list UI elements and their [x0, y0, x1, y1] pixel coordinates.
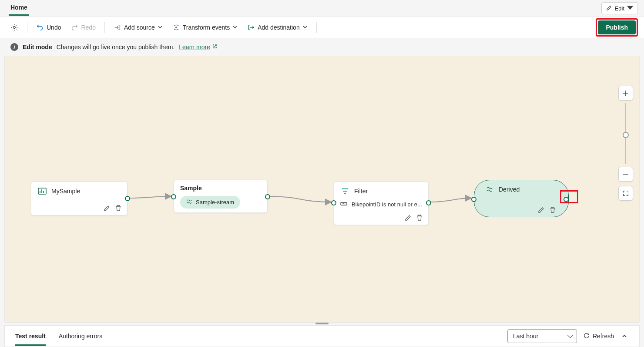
add-destination-icon	[247, 24, 255, 31]
redo-label: Redo	[81, 24, 95, 31]
delete-node-button[interactable]	[415, 213, 424, 222]
node-title: Sample	[180, 185, 202, 192]
input-port[interactable]	[471, 197, 476, 202]
node-actions	[537, 206, 557, 214]
redo-icon	[70, 24, 78, 31]
tab-test-result[interactable]: Test result	[15, 327, 46, 346]
add-destination-button[interactable]: Add destination	[243, 21, 312, 34]
publish-button[interactable]: Publish	[598, 20, 636, 34]
derived-output-highlight	[560, 190, 578, 203]
zoom-slider-track[interactable]	[625, 103, 626, 164]
toolbar-separator	[316, 22, 317, 33]
delete-node-button[interactable]	[548, 206, 557, 214]
toolbar-separator	[104, 22, 105, 33]
expression-icon	[340, 200, 347, 209]
stream-source-icon	[37, 186, 47, 196]
node-mysample[interactable]: MySample	[31, 182, 127, 216]
svg-rect-2	[38, 188, 46, 194]
undo-button[interactable]: Undo	[32, 21, 65, 34]
node-header: Derived	[474, 180, 568, 199]
add-source-button[interactable]: Add source	[109, 21, 167, 34]
add-source-label: Add source	[124, 24, 155, 31]
node-title: MySample	[51, 188, 80, 195]
toolbar-separator	[27, 22, 27, 33]
gear-icon	[10, 24, 18, 31]
bottom-right-controls: Last hour Refresh	[507, 329, 629, 343]
undo-icon	[36, 24, 44, 31]
zoom-out-button[interactable]	[618, 167, 633, 182]
node-actions	[404, 213, 424, 222]
edit-node-button[interactable]	[537, 206, 546, 214]
svg-point-1	[175, 27, 177, 28]
info-icon: i	[10, 43, 18, 51]
node-header: Filter	[334, 182, 428, 200]
node-filter[interactable]: Filter BikepointID is not null or e...	[334, 182, 429, 225]
zoom-in-button[interactable]	[618, 86, 633, 101]
undo-label: Undo	[47, 24, 61, 31]
edit-node-button[interactable]	[404, 213, 413, 222]
node-sample[interactable]: Sample Sample-stream	[174, 180, 268, 213]
node-actions	[103, 204, 123, 212]
refresh-button[interactable]: Refresh	[583, 332, 614, 340]
top-tab-bar: Home Edit	[0, 0, 644, 17]
node-header: MySample	[31, 182, 127, 200]
learn-more-link[interactable]: Learn more	[179, 44, 218, 51]
filter-icon	[340, 186, 350, 196]
bottom-tabs: Test result Authoring errors	[15, 326, 102, 347]
redo-button: Redo	[66, 21, 100, 34]
derived-stream-icon	[485, 185, 494, 194]
filter-desc: BikepointID is not null or e...	[352, 201, 422, 208]
canvas[interactable]: MySample Sample Sample-stream	[4, 56, 640, 323]
input-port[interactable]	[331, 200, 336, 206]
node-header: Sample	[174, 180, 267, 196]
tab-authoring-errors[interactable]: Authoring errors	[59, 327, 102, 346]
pencil-icon	[606, 5, 612, 12]
settings-button[interactable]	[6, 21, 23, 34]
learn-more-label: Learn more	[179, 44, 210, 51]
stream-icon	[186, 199, 192, 206]
chevron-down-icon	[302, 24, 308, 31]
node-title: Derived	[499, 186, 520, 193]
chevron-down-icon	[232, 24, 238, 31]
bottom-panel: Test result Authoring errors Last hour R…	[4, 325, 640, 347]
chevron-down-icon	[158, 24, 163, 31]
pill-label: Sample-stream	[196, 199, 234, 206]
output-port[interactable]	[265, 194, 270, 199]
add-destination-label: Add destination	[258, 24, 300, 31]
collapse-panel-button[interactable]	[620, 332, 629, 340]
sample-stream-pill[interactable]: Sample-stream	[180, 196, 240, 209]
input-port[interactable]	[171, 194, 176, 199]
delete-node-button[interactable]	[114, 204, 123, 212]
info-bar: i Edit mode Changes will go live once yo…	[0, 38, 644, 56]
external-link-icon	[212, 44, 218, 51]
add-source-icon	[114, 24, 121, 31]
edit-node-button[interactable]	[103, 204, 111, 212]
transform-label: Transform events	[183, 24, 230, 31]
refresh-label: Refresh	[593, 333, 614, 340]
output-port[interactable]	[125, 196, 130, 201]
publish-highlight: Publish	[596, 18, 638, 37]
time-range-select[interactable]: Last hour	[507, 329, 577, 343]
toolbar: Undo Redo Add source Transform events Ad…	[0, 17, 644, 38]
filter-expression: BikepointID is not null or e...	[334, 200, 428, 213]
node-derived[interactable]: Derived	[474, 180, 569, 217]
transform-events-button[interactable]: Transform events	[168, 21, 242, 34]
time-range-label: Last hour	[513, 333, 538, 340]
edit-mode-message: Changes will go live once you publish th…	[57, 44, 175, 51]
edit-label: Edit	[615, 5, 624, 12]
tab-home[interactable]: Home	[9, 0, 29, 16]
zoom-controls	[618, 86, 633, 201]
output-port[interactable]	[426, 200, 431, 206]
panel-resize-handle[interactable]	[315, 323, 329, 324]
node-title: Filter	[354, 188, 368, 195]
zoom-slider-thumb[interactable]	[623, 132, 629, 138]
edit-mode-label: Edit mode	[23, 44, 52, 51]
svg-point-0	[13, 26, 16, 28]
refresh-icon	[583, 332, 590, 340]
transform-icon	[172, 24, 180, 31]
edit-dropdown-button[interactable]: Edit	[601, 2, 638, 14]
caret-down-icon	[627, 5, 633, 12]
fit-to-screen-button[interactable]	[618, 186, 633, 201]
